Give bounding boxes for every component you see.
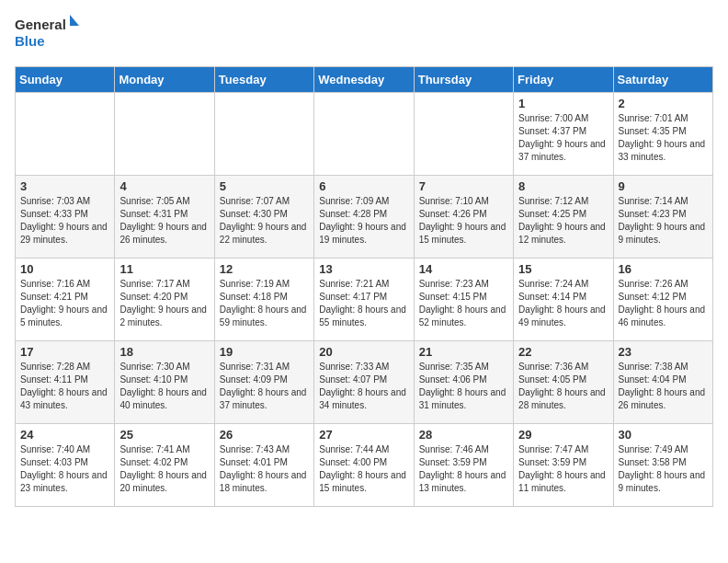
calendar-cell <box>314 93 414 176</box>
calendar-cell: 26Sunrise: 7:43 AM Sunset: 4:01 PM Dayli… <box>214 424 313 507</box>
svg-text:General: General <box>15 17 66 32</box>
week-row-4: 17Sunrise: 7:28 AM Sunset: 4:11 PM Dayli… <box>16 341 713 424</box>
day-info: Sunrise: 7:44 AM Sunset: 4:00 PM Dayligh… <box>319 443 408 495</box>
calendar-cell: 20Sunrise: 7:33 AM Sunset: 4:07 PM Dayli… <box>314 341 414 424</box>
day-info: Sunrise: 7:00 AM Sunset: 4:37 PM Dayligh… <box>518 112 608 164</box>
day-number: 20 <box>319 345 408 359</box>
day-header-wednesday: Wednesday <box>314 67 414 93</box>
calendar-cell: 14Sunrise: 7:23 AM Sunset: 4:15 PM Dayli… <box>414 259 513 341</box>
week-row-1: 1Sunrise: 7:00 AM Sunset: 4:37 PM Daylig… <box>16 93 713 176</box>
calendar-cell: 16Sunrise: 7:26 AM Sunset: 4:12 PM Dayli… <box>613 259 712 341</box>
day-number: 7 <box>419 179 508 193</box>
day-info: Sunrise: 7:33 AM Sunset: 4:07 PM Dayligh… <box>319 361 408 412</box>
calendar-cell: 18Sunrise: 7:30 AM Sunset: 4:10 PM Dayli… <box>115 341 214 424</box>
day-info: Sunrise: 7:21 AM Sunset: 4:17 PM Dayligh… <box>319 278 408 329</box>
calendar-cell: 7Sunrise: 7:10 AM Sunset: 4:26 PM Daylig… <box>414 176 513 259</box>
logo-svg: General Blue <box>15 15 79 55</box>
day-header-monday: Monday <box>115 67 214 93</box>
day-header-sunday: Sunday <box>16 67 115 93</box>
calendar-cell: 30Sunrise: 7:49 AM Sunset: 3:58 PM Dayli… <box>613 424 712 507</box>
day-number: 28 <box>419 428 508 442</box>
day-info: Sunrise: 7:36 AM Sunset: 4:05 PM Dayligh… <box>518 361 608 412</box>
calendar-cell: 15Sunrise: 7:24 AM Sunset: 4:14 PM Dayli… <box>514 259 613 341</box>
calendar-cell: 17Sunrise: 7:28 AM Sunset: 4:11 PM Dayli… <box>16 341 115 424</box>
day-number: 2 <box>619 97 708 110</box>
day-info: Sunrise: 7:38 AM Sunset: 4:04 PM Dayligh… <box>619 361 708 412</box>
day-info: Sunrise: 7:17 AM Sunset: 4:20 PM Dayligh… <box>119 278 209 329</box>
day-number: 14 <box>419 262 508 276</box>
header-area: General Blue <box>15 15 713 55</box>
calendar-cell <box>414 93 513 176</box>
calendar-cell: 21Sunrise: 7:35 AM Sunset: 4:06 PM Dayli… <box>414 341 513 424</box>
day-info: Sunrise: 7:41 AM Sunset: 4:02 PM Dayligh… <box>119 443 209 495</box>
day-info: Sunrise: 7:07 AM Sunset: 4:30 PM Dayligh… <box>220 195 309 247</box>
day-number: 21 <box>419 345 508 359</box>
week-row-5: 24Sunrise: 7:40 AM Sunset: 4:03 PM Dayli… <box>16 424 713 507</box>
calendar-cell: 27Sunrise: 7:44 AM Sunset: 4:00 PM Dayli… <box>314 424 414 507</box>
day-number: 29 <box>518 428 608 442</box>
day-number: 10 <box>20 262 109 276</box>
day-info: Sunrise: 7:12 AM Sunset: 4:25 PM Dayligh… <box>518 195 608 247</box>
calendar-cell: 28Sunrise: 7:46 AM Sunset: 3:59 PM Dayli… <box>414 424 513 507</box>
calendar-cell: 12Sunrise: 7:19 AM Sunset: 4:18 PM Dayli… <box>214 259 313 341</box>
day-number: 15 <box>518 262 608 276</box>
day-number: 3 <box>20 179 109 193</box>
day-info: Sunrise: 7:40 AM Sunset: 4:03 PM Dayligh… <box>20 443 109 495</box>
calendar-header-row: SundayMondayTuesdayWednesdayThursdayFrid… <box>16 67 713 93</box>
day-info: Sunrise: 7:35 AM Sunset: 4:06 PM Dayligh… <box>419 361 508 412</box>
day-info: Sunrise: 7:26 AM Sunset: 4:12 PM Dayligh… <box>619 278 708 329</box>
calendar-cell: 6Sunrise: 7:09 AM Sunset: 4:28 PM Daylig… <box>314 176 414 259</box>
day-info: Sunrise: 7:47 AM Sunset: 3:59 PM Dayligh… <box>518 443 608 495</box>
day-header-tuesday: Tuesday <box>214 67 313 93</box>
day-number: 23 <box>619 345 708 359</box>
day-number: 11 <box>119 262 209 276</box>
calendar-cell <box>115 93 214 176</box>
calendar-cell: 13Sunrise: 7:21 AM Sunset: 4:17 PM Dayli… <box>314 259 414 341</box>
day-info: Sunrise: 7:01 AM Sunset: 4:35 PM Dayligh… <box>619 112 708 164</box>
day-number: 19 <box>220 345 309 359</box>
calendar-cell <box>16 93 115 176</box>
week-row-2: 3Sunrise: 7:03 AM Sunset: 4:33 PM Daylig… <box>16 176 713 259</box>
day-number: 17 <box>20 345 109 359</box>
calendar-cell: 5Sunrise: 7:07 AM Sunset: 4:30 PM Daylig… <box>214 176 313 259</box>
day-info: Sunrise: 7:10 AM Sunset: 4:26 PM Dayligh… <box>419 195 508 247</box>
day-number: 8 <box>518 179 608 193</box>
svg-marker-1 <box>70 15 79 26</box>
day-number: 13 <box>319 262 408 276</box>
day-number: 1 <box>518 97 608 110</box>
day-number: 16 <box>619 262 708 276</box>
day-number: 24 <box>20 428 109 442</box>
day-info: Sunrise: 7:19 AM Sunset: 4:18 PM Dayligh… <box>220 278 309 329</box>
day-number: 30 <box>619 428 708 442</box>
day-info: Sunrise: 7:14 AM Sunset: 4:23 PM Dayligh… <box>619 195 708 247</box>
week-row-3: 10Sunrise: 7:16 AM Sunset: 4:21 PM Dayli… <box>16 259 713 341</box>
calendar-cell: 4Sunrise: 7:05 AM Sunset: 4:31 PM Daylig… <box>115 176 214 259</box>
day-info: Sunrise: 7:24 AM Sunset: 4:14 PM Dayligh… <box>518 278 608 329</box>
day-number: 26 <box>220 428 309 442</box>
day-info: Sunrise: 7:03 AM Sunset: 4:33 PM Dayligh… <box>20 195 109 247</box>
day-info: Sunrise: 7:16 AM Sunset: 4:21 PM Dayligh… <box>20 278 109 329</box>
day-header-friday: Friday <box>514 67 613 93</box>
calendar-cell: 1Sunrise: 7:00 AM Sunset: 4:37 PM Daylig… <box>514 93 613 176</box>
calendar-cell: 19Sunrise: 7:31 AM Sunset: 4:09 PM Dayli… <box>214 341 313 424</box>
calendar-cell: 24Sunrise: 7:40 AM Sunset: 4:03 PM Dayli… <box>16 424 115 507</box>
calendar-cell: 22Sunrise: 7:36 AM Sunset: 4:05 PM Dayli… <box>514 341 613 424</box>
day-info: Sunrise: 7:28 AM Sunset: 4:11 PM Dayligh… <box>20 361 109 412</box>
day-info: Sunrise: 7:23 AM Sunset: 4:15 PM Dayligh… <box>419 278 508 329</box>
calendar-cell: 29Sunrise: 7:47 AM Sunset: 3:59 PM Dayli… <box>514 424 613 507</box>
calendar-cell: 10Sunrise: 7:16 AM Sunset: 4:21 PM Dayli… <box>16 259 115 341</box>
day-number: 25 <box>119 428 209 442</box>
day-info: Sunrise: 7:49 AM Sunset: 3:58 PM Dayligh… <box>619 443 708 495</box>
calendar-cell: 2Sunrise: 7:01 AM Sunset: 4:35 PM Daylig… <box>613 93 712 176</box>
day-number: 4 <box>119 179 209 193</box>
calendar-cell <box>214 93 313 176</box>
svg-text:Blue: Blue <box>15 33 45 49</box>
calendar-cell: 25Sunrise: 7:41 AM Sunset: 4:02 PM Dayli… <box>115 424 214 507</box>
day-number: 12 <box>220 262 309 276</box>
day-number: 27 <box>319 428 408 442</box>
day-number: 9 <box>619 179 708 193</box>
day-info: Sunrise: 7:09 AM Sunset: 4:28 PM Dayligh… <box>319 195 408 247</box>
calendar-cell: 9Sunrise: 7:14 AM Sunset: 4:23 PM Daylig… <box>613 176 712 259</box>
calendar-cell: 3Sunrise: 7:03 AM Sunset: 4:33 PM Daylig… <box>16 176 115 259</box>
calendar-table: SundayMondayTuesdayWednesdayThursdayFrid… <box>15 66 713 507</box>
